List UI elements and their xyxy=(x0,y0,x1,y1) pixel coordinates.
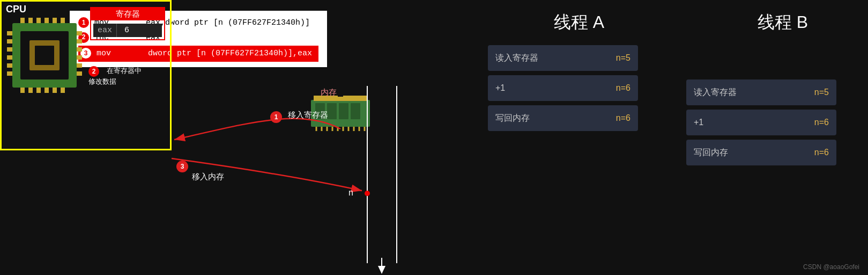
thread-a-value-0: n=5 xyxy=(616,53,630,63)
n-label: n xyxy=(348,188,353,198)
thread-a-action-0: 读入寄存器 xyxy=(495,53,538,64)
register-name: eax xyxy=(93,24,117,37)
svg-rect-29 xyxy=(7,31,12,35)
svg-text:1: 1 xyxy=(275,113,278,121)
svg-rect-45 xyxy=(53,18,57,23)
svg-rect-2 xyxy=(327,103,337,119)
thread-b-row-1: +1n=6 xyxy=(686,110,836,135)
register-label: 寄存器 xyxy=(91,8,164,20)
svg-point-23 xyxy=(270,111,282,123)
svg-rect-44 xyxy=(44,18,49,23)
svg-rect-35 xyxy=(77,31,82,35)
svg-rect-42 xyxy=(28,18,33,23)
svg-rect-38 xyxy=(77,55,82,60)
thread-a-col: 读入寄存器n=5+1n=6写回内存n=6 xyxy=(488,45,638,165)
line3-operand: dword ptr [n (07FF627F21340h)],eax xyxy=(148,49,312,58)
thread-b-action-1: +1 xyxy=(694,118,703,127)
badge-2: 2 xyxy=(88,66,99,77)
thread-a-value-2: n=6 xyxy=(616,113,630,123)
thread-a-value-1: n=6 xyxy=(616,83,630,93)
thread-a-row-0: 读入寄存器n=5 xyxy=(488,45,638,71)
arrow1-label: 移入寄存器 xyxy=(288,110,328,120)
thread-b-value-0: n=5 xyxy=(814,88,829,97)
svg-rect-34 xyxy=(7,71,12,76)
right-panel: 线程 A 线程 B 读入寄存器n=5+1n=6写回内存n=6 读入寄存器n=5+… xyxy=(488,11,863,165)
svg-rect-6 xyxy=(338,95,343,97)
thread-a-action-2: 写回内存 xyxy=(495,113,530,124)
svg-rect-37 xyxy=(77,47,82,52)
svg-rect-47 xyxy=(20,88,25,93)
arrow3-label: 移入内存 xyxy=(192,172,224,182)
register-box: 寄存器 eax 6 xyxy=(90,7,165,40)
svg-rect-50 xyxy=(44,88,49,93)
svg-rect-49 xyxy=(36,88,41,93)
thread-b-row-0: 读入寄存器n=5 xyxy=(686,79,836,105)
register-value: 6 xyxy=(117,24,137,37)
svg-rect-54 xyxy=(35,46,54,65)
thread-b-action-0: 读入寄存器 xyxy=(694,87,737,98)
svg-rect-30 xyxy=(7,39,12,44)
cpu-outer-box: CPU xyxy=(0,0,172,150)
svg-rect-31 xyxy=(7,47,12,52)
svg-rect-41 xyxy=(20,18,25,23)
svg-rect-48 xyxy=(28,88,33,93)
svg-rect-4 xyxy=(351,103,360,119)
thread-b-value-2: n=6 xyxy=(814,148,829,157)
thread-b-title: 线程 B xyxy=(708,11,858,34)
thread-b-action-2: 写回内存 xyxy=(694,147,728,158)
thread-b-row-2: 写回内存n=6 xyxy=(686,140,836,165)
svg-rect-39 xyxy=(77,63,82,68)
cpu-chip-graphic xyxy=(7,18,82,125)
svg-point-21 xyxy=(365,191,370,196)
annotation-2: 2 在寄存器中修改数据 xyxy=(88,66,142,86)
thread-a-row-1: +1n=6 xyxy=(488,75,638,101)
thread-a-action-1: +1 xyxy=(495,83,505,93)
svg-point-25 xyxy=(176,161,188,172)
svg-rect-43 xyxy=(36,18,41,23)
svg-rect-52 xyxy=(61,88,65,93)
cpu-label: CPU xyxy=(6,4,26,15)
svg-rect-46 xyxy=(61,18,65,23)
svg-rect-36 xyxy=(77,39,82,44)
thread-a-row-2: 写回内存n=6 xyxy=(488,105,638,131)
thread-a-title: 线程 A xyxy=(504,11,654,34)
thread-columns: 读入寄存器n=5+1n=6写回内存n=6 读入寄存器n=5+1n=6写回内存n=… xyxy=(488,45,863,165)
svg-rect-51 xyxy=(53,88,57,93)
thread-b-value-1: n=6 xyxy=(814,118,829,127)
thread-headers: 线程 A 线程 B xyxy=(488,11,863,34)
watermark: CSDN @aoaoGofei xyxy=(803,263,859,271)
svg-rect-3 xyxy=(339,103,348,119)
svg-rect-33 xyxy=(7,63,12,68)
svg-marker-20 xyxy=(378,266,385,274)
svg-text:3: 3 xyxy=(181,163,184,170)
svg-rect-32 xyxy=(7,55,12,60)
thread-b-col: 读入寄存器n=5+1n=6写回内存n=6 xyxy=(686,45,836,165)
svg-rect-40 xyxy=(77,71,82,76)
memory-label: 内存 xyxy=(321,88,337,98)
